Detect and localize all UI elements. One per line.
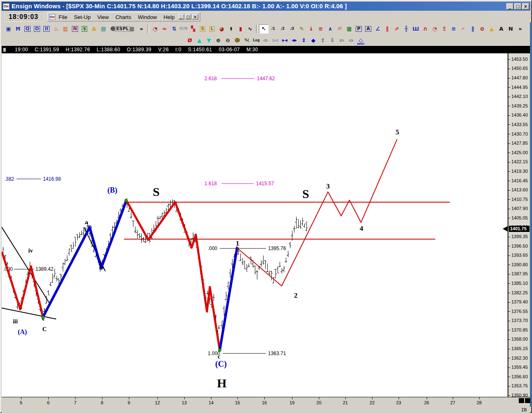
- price-tick: [508, 274, 510, 275]
- snap-link-icon[interactable]: ▚: [188, 24, 198, 33]
- gann-angle-icon[interactable]: ∠: [373, 24, 382, 33]
- page-user-icon[interactable]: ☻: [233, 36, 242, 45]
- price-tick: [508, 368, 510, 368]
- bar-graph-icon[interactable]: ▥: [61, 24, 70, 33]
- trendline-1-icon[interactable]: ∕1: [268, 24, 278, 33]
- printer-icon[interactable]: ▦: [127, 24, 137, 33]
- trendline-3-icon[interactable]: ∕3: [287, 24, 297, 33]
- menu-item-help[interactable]: Help: [160, 13, 178, 21]
- text-a-box-icon[interactable]: A: [363, 24, 373, 33]
- scroll-down-icon[interactable]: ⇩: [328, 36, 337, 45]
- child-minimize-button[interactable]: _: [178, 14, 184, 19]
- zigzag-line-icon[interactable]: ∿: [245, 24, 255, 33]
- time-tick: [427, 397, 427, 399]
- data-pages-icon[interactable]: ▤: [99, 24, 108, 33]
- alert-bell-icon[interactable]: Δ: [89, 24, 99, 33]
- expand-bars-icon[interactable]: ◁▷: [261, 36, 271, 45]
- waves-icon[interactable]: ≈: [160, 24, 169, 33]
- no-snap-icon[interactable]: Ø: [185, 36, 195, 45]
- cycle-arcs-icon[interactable]: ∩: [420, 24, 430, 33]
- minimize-button[interactable]: _: [506, 3, 513, 10]
- trendline-2-icon[interactable]: ∕2: [278, 24, 287, 33]
- time-axis[interactable]: 5678912131415161920212223262728: [2, 397, 530, 413]
- time-tick-label: 20: [316, 400, 321, 405]
- log-scale-icon[interactable]: Log: [252, 36, 261, 45]
- quote-page-icon[interactable]: Q: [23, 24, 32, 33]
- bars-w-icon[interactable]: Ш: [411, 24, 420, 33]
- scroll-left-icon[interactable]: ⇦: [337, 36, 347, 45]
- compress-vertical-icon[interactable]: ⇕: [299, 36, 309, 45]
- child-restore-button[interactable]: □: [185, 14, 191, 19]
- menu-item-view[interactable]: View: [94, 13, 112, 21]
- note-n-icon[interactable]: N: [506, 24, 515, 33]
- pointer-tool-icon[interactable]: ↖: [259, 24, 268, 33]
- menu-item-file[interactable]: File: [55, 13, 71, 21]
- fib-retracement-icon[interactable]: ≡: [316, 24, 325, 33]
- run-icon[interactable]: RUN: [179, 24, 188, 33]
- news-icon[interactable]: N: [70, 24, 80, 33]
- percent-scale-icon[interactable]: %|: [242, 36, 252, 45]
- options-page-icon[interactable]: O: [32, 24, 42, 33]
- pie-ball-icon[interactable]: ◕: [217, 24, 226, 33]
- trendline-upper: [2, 227, 50, 305]
- espl-icon[interactable]: ESPL: [118, 24, 127, 33]
- horizontal-levels-icon[interactable]: ≡: [449, 24, 458, 33]
- trend-channel-icon[interactable]: ∧: [325, 24, 335, 33]
- bars-f-icon[interactable]: ╫: [401, 24, 411, 33]
- triangle-down-icon[interactable]: ▼: [204, 36, 214, 45]
- title-bar[interactable]: Ew Ensign Windows - [$SPX 30-Min C:1401.…: [2, 2, 530, 11]
- cascade-windows-icon[interactable]: ▣: [4, 24, 13, 33]
- fib-extension-icon[interactable]: Ξ: [439, 24, 449, 33]
- price-tick-label: 1427.85: [511, 141, 528, 146]
- clock-tool-icon[interactable]: ◔: [150, 24, 160, 33]
- page-left-icon[interactable]: ▶◀: [280, 36, 290, 45]
- price-chart[interactable]: 2.6181447.621.6181415.57.3821416.98.0001…: [2, 53, 508, 397]
- hot-list-icon[interactable]: ♨: [51, 24, 61, 33]
- grid-icon[interactable]: ▦: [344, 24, 354, 33]
- price-tick: [508, 255, 510, 256]
- overflow-chevron-icon[interactable]: »: [137, 24, 146, 33]
- chart-system-menu-icon[interactable]: Ew: [49, 14, 55, 20]
- double-line-icon[interactable]: ∥: [468, 24, 477, 33]
- pencil-icon[interactable]: ✎: [297, 24, 306, 33]
- price-axis[interactable]: 1453.501450.651447.801444.951442.101439.…: [508, 53, 530, 397]
- intraday-chart-icon[interactable]: Ħ: [13, 24, 23, 33]
- quote-field: L:1388.60: [97, 47, 120, 53]
- expand-vertical-icon[interactable]: ◆: [309, 36, 318, 45]
- child-close-button[interactable]: ×: [192, 14, 198, 19]
- dollar-icon[interactable]: $: [80, 24, 89, 33]
- scroll-right-icon[interactable]: ⇨: [347, 36, 356, 45]
- time-tick-label: 8: [101, 400, 103, 405]
- restore-button[interactable]: □: [514, 3, 521, 10]
- lock-l-icon[interactable]: L: [207, 24, 217, 33]
- menu-item-charts[interactable]: Charts: [112, 13, 134, 21]
- menu-item-setup[interactable]: Set-Up: [71, 13, 94, 21]
- red-candle-icon[interactable]: ▮: [236, 24, 245, 33]
- text-a-icon[interactable]: A: [496, 24, 506, 33]
- cycle-circle-icon[interactable]: ◔: [430, 24, 439, 33]
- zigzag-arrow-icon[interactable]: ⇗: [392, 24, 401, 33]
- alarm-clock-icon[interactable]: ⊙: [477, 24, 487, 33]
- reset-icon[interactable]: ◇RESET: [356, 36, 366, 45]
- menu-item-window[interactable]: Window: [135, 13, 160, 21]
- shrink-bars-icon[interactable]: ▷◁: [271, 36, 280, 45]
- price-tick-label: 1416.45: [511, 178, 528, 183]
- zoom-out-icon[interactable]: ⊖: [223, 36, 233, 45]
- chart-area[interactable]: 2.6181447.621.6181415.57.3821416.98.0001…: [2, 53, 532, 413]
- scroll-up-icon[interactable]: ⇧: [318, 36, 328, 45]
- triangle-up-icon[interactable]: ▲: [195, 36, 204, 45]
- lock-5-icon[interactable]: 5: [198, 24, 207, 33]
- roman-two-icon[interactable]: II: [42, 24, 51, 33]
- thin-candle-icon[interactable]: Ɨ: [226, 24, 236, 33]
- arrow-marker-icon[interactable]: ↓: [306, 24, 316, 33]
- zoom-in-icon[interactable]: ⊕: [214, 36, 223, 45]
- parallel-lines-icon[interactable]: ∥: [382, 24, 392, 33]
- close-button[interactable]: ×: [522, 3, 529, 10]
- overflow-chevron2-icon[interactable]: »: [515, 24, 525, 33]
- speed-lines-icon[interactable]: ///: [335, 24, 344, 33]
- page-right-icon[interactable]: ◀▶: [290, 36, 299, 45]
- flag-triangles-icon[interactable]: ▲: [487, 24, 496, 33]
- pitchfork-p-icon[interactable]: P: [354, 24, 363, 33]
- dotted-line-icon[interactable]: ∕·: [458, 24, 468, 33]
- up-down-bars-icon[interactable]: ⇅: [169, 24, 179, 33]
